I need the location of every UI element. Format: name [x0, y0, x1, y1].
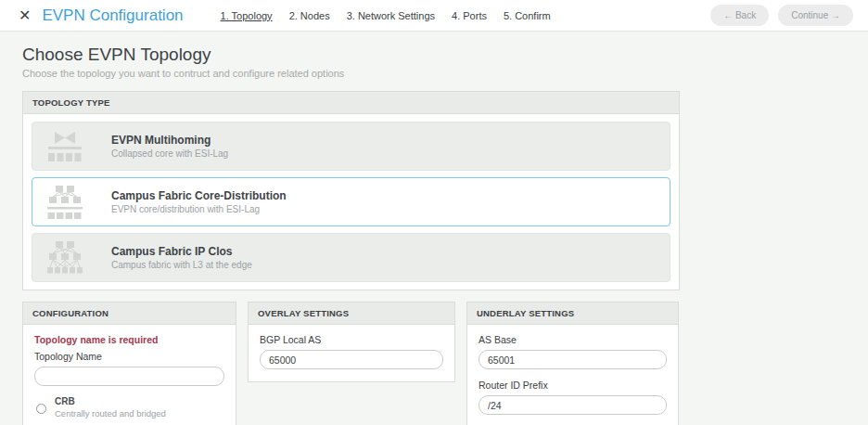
overlay-settings-panel: OVERLAY SETTINGS BGP Local AS: [248, 302, 455, 382]
configuration-panel-title: CONFIGURATION: [23, 303, 236, 325]
close-icon[interactable]: ✕: [19, 8, 31, 23]
wizard-title: EVPN Configuration: [42, 6, 183, 25]
topology-card-title: Campus Fabric Core-Distribution: [111, 189, 287, 202]
step-ports[interactable]: 4. Ports: [452, 10, 487, 21]
multihoming-topology-icon: [46, 131, 83, 162]
crb-radio[interactable]: [36, 404, 46, 414]
step-nodes[interactable]: 2. Nodes: [289, 10, 330, 21]
topology-card-list: EVPN Multihoming Collapsed core with ESI…: [23, 114, 679, 290]
topology-card-title: EVPN Multihoming: [111, 134, 228, 147]
topology-card-description: Campus fabric with L3 at the edge: [111, 260, 252, 270]
continue-button[interactable]: Continue →: [778, 5, 853, 26]
topology-card-ip-clos[interactable]: Campus Fabric IP Clos Campus fabric with…: [32, 233, 670, 282]
underlay-settings-panel: UNDERLAY SETTINGS AS Base Router ID Pref…: [466, 302, 679, 425]
topology-name-input[interactable]: [34, 367, 224, 386]
wizard-header: ✕ EVPN Configuration 1. Topology 2. Node…: [0, 0, 868, 32]
bgp-local-as-label: BGP Local AS: [260, 334, 443, 345]
page-subtitle: Choose the topology you want to contruct…: [22, 68, 846, 79]
topology-card-title: Campus Fabric IP Clos: [111, 245, 252, 258]
core-distribution-topology-icon: [46, 186, 83, 219]
crb-radio-description: Centrally routed and bridged: [55, 408, 166, 419]
settings-row: CONFIGURATION Topology name is required …: [22, 302, 846, 425]
step-topology[interactable]: 1. Topology: [221, 10, 273, 21]
as-base-input[interactable]: [479, 350, 667, 369]
step-network-settings[interactable]: 3. Network Settings: [347, 10, 435, 21]
back-button[interactable]: ← Back: [710, 5, 769, 26]
crb-radio-row[interactable]: CRB Centrally routed and bridged: [34, 396, 224, 419]
topology-card-core-distribution[interactable]: Campus Fabric Core-Distribution EVPN cor…: [32, 177, 670, 226]
bgp-local-as-input[interactable]: [260, 350, 443, 369]
router-id-prefix-label: Router ID Prefix: [479, 380, 667, 391]
main-content: Choose EVPN Topology Choose the topology…: [0, 45, 868, 425]
as-base-label: AS Base: [479, 334, 667, 345]
overlay-settings-panel-title: OVERLAY SETTINGS: [249, 303, 454, 325]
topology-name-label: Topology Name: [34, 351, 224, 362]
underlay-settings-panel-title: UNDERLAY SETTINGS: [467, 303, 678, 325]
step-confirm[interactable]: 5. Confirm: [504, 10, 551, 21]
topology-card-evpn-multihoming[interactable]: EVPN Multihoming Collapsed core with ESI…: [32, 122, 670, 171]
topology-card-description: EVPN core/distribution with ESI-Lag: [111, 204, 287, 214]
crb-radio-label: CRB: [55, 396, 166, 406]
page-title: Choose EVPN Topology: [22, 45, 846, 65]
topology-type-panel-title: TOPOLOGY TYPE: [23, 92, 679, 114]
configuration-panel: CONFIGURATION Topology name is required …: [22, 302, 236, 425]
router-id-prefix-input[interactable]: [479, 395, 667, 415]
topology-type-panel: TOPOLOGY TYPE EVPN Multihoming: [22, 91, 680, 290]
wizard-steps: 1. Topology 2. Nodes 3. Network Settings…: [221, 10, 551, 21]
ip-clos-topology-icon: [46, 241, 83, 274]
topology-name-error: Topology name is required: [34, 334, 224, 345]
topology-card-description: Collapsed core with ESI-Lag: [111, 148, 228, 159]
